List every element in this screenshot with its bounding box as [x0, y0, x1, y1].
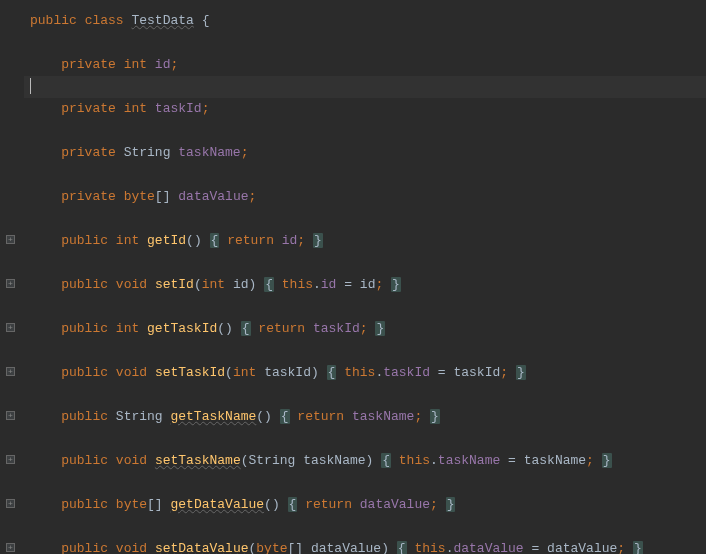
code-line[interactable]: private int id;: [24, 54, 706, 76]
code-line[interactable]: private int taskId;: [24, 98, 706, 120]
brace-close: }: [446, 497, 456, 512]
paren-close: ): [381, 541, 389, 554]
type-string: String: [249, 453, 296, 468]
field-id: id: [282, 233, 298, 248]
semicolon: ;: [297, 233, 305, 248]
keyword-int: int: [116, 321, 139, 336]
parens: (): [256, 409, 272, 424]
fold-icon[interactable]: +: [6, 323, 15, 332]
keyword-return: return: [297, 409, 344, 424]
code-line[interactable]: [24, 296, 706, 318]
keyword-void: void: [116, 453, 147, 468]
param-taskId: taskId: [264, 365, 311, 380]
keyword-public: public: [61, 365, 108, 380]
keyword-public: public: [61, 233, 108, 248]
code-line[interactable]: public String getTaskName() { return tas…: [24, 406, 706, 428]
code-line[interactable]: public void setDataValue(byte[] dataValu…: [24, 538, 706, 554]
code-line[interactable]: [24, 516, 706, 538]
code-area[interactable]: public class TestData { private int id; …: [0, 10, 706, 554]
code-line[interactable]: private String taskName;: [24, 142, 706, 164]
code-line[interactable]: [24, 252, 706, 274]
code-line[interactable]: [24, 120, 706, 142]
method-getTaskName: getTaskName: [170, 409, 256, 424]
paren-open: (: [241, 453, 249, 468]
fold-icon[interactable]: +: [6, 235, 15, 244]
code-line[interactable]: public byte[] getDataValue() { return da…: [24, 494, 706, 516]
code-line[interactable]: public int getId() { return id; }: [24, 230, 706, 252]
semicolon: ;: [241, 145, 249, 160]
field-dataValue: dataValue: [360, 497, 430, 512]
brace-close: }: [430, 409, 440, 424]
code-line[interactable]: [24, 428, 706, 450]
paren-close: ): [249, 277, 257, 292]
brackets: []: [155, 189, 171, 204]
keyword-public: public: [61, 409, 108, 424]
brace-close: }: [516, 365, 526, 380]
brace-open: {: [210, 233, 220, 248]
code-line[interactable]: public void setTaskName(String taskName)…: [24, 450, 706, 472]
param-id: id: [360, 277, 376, 292]
keyword-this: this: [399, 453, 430, 468]
keyword-byte: byte: [116, 497, 147, 512]
dot: .: [430, 453, 438, 468]
method-getDataValue: getDataValue: [170, 497, 264, 512]
field-taskName: taskName: [438, 453, 500, 468]
method-getId: getId: [147, 233, 186, 248]
keyword-int: int: [124, 57, 147, 72]
field-taskId: taskId: [313, 321, 360, 336]
brace-close: }: [602, 453, 612, 468]
brace-open: {: [327, 365, 337, 380]
fold-icon[interactable]: +: [6, 411, 15, 420]
code-line[interactable]: [24, 384, 706, 406]
keyword-return: return: [227, 233, 274, 248]
field-taskId: taskId: [383, 365, 430, 380]
equals: =: [500, 453, 523, 468]
keyword-this: this: [282, 277, 313, 292]
keyword-public: public: [61, 497, 108, 512]
dot: .: [313, 277, 321, 292]
fold-icon[interactable]: +: [6, 499, 15, 508]
brace-close: }: [375, 321, 385, 336]
field-id: id: [321, 277, 337, 292]
code-line[interactable]: [24, 472, 706, 494]
code-line[interactable]: public void setId(int id) { this.id = id…: [24, 274, 706, 296]
code-line[interactable]: [24, 32, 706, 54]
equals: =: [430, 365, 453, 380]
keyword-void: void: [116, 541, 147, 554]
keyword-public: public: [61, 277, 108, 292]
field-id: id: [155, 57, 171, 72]
keyword-int: int: [202, 277, 225, 292]
fold-icon[interactable]: +: [6, 543, 15, 552]
field-dataValue: dataValue: [178, 189, 248, 204]
code-line-current[interactable]: [24, 76, 706, 98]
code-line[interactable]: [24, 340, 706, 362]
code-editor[interactable]: + + + + + + + + public class TestData { …: [0, 10, 706, 544]
caret: [30, 78, 31, 94]
brace-open: {: [397, 541, 407, 554]
code-line[interactable]: public class TestData {: [24, 10, 706, 32]
brace-close: }: [313, 233, 323, 248]
keyword-public: public: [61, 321, 108, 336]
code-line[interactable]: private byte[] dataValue;: [24, 186, 706, 208]
code-line[interactable]: public void setTaskId(int taskId) { this…: [24, 362, 706, 384]
param-id: id: [233, 277, 249, 292]
type-string: String: [124, 145, 171, 160]
code-line[interactable]: [24, 164, 706, 186]
param-taskName: taskName: [524, 453, 586, 468]
field-taskId: taskId: [155, 101, 202, 116]
semicolon: ;: [586, 453, 594, 468]
fold-icon[interactable]: +: [6, 455, 15, 464]
semicolon: ;: [170, 57, 178, 72]
param-taskId: taskId: [453, 365, 500, 380]
param-dataValue: dataValue: [547, 541, 617, 554]
keyword-private: private: [61, 189, 116, 204]
fold-icon[interactable]: +: [6, 367, 15, 376]
code-line[interactable]: [24, 208, 706, 230]
fold-icon[interactable]: +: [6, 279, 15, 288]
keyword-int: int: [116, 233, 139, 248]
paren-open: (: [225, 365, 233, 380]
gutter: + + + + + + + +: [0, 10, 20, 544]
keyword-this: this: [344, 365, 375, 380]
code-line[interactable]: public int getTaskId() { return taskId; …: [24, 318, 706, 340]
semicolon: ;: [202, 101, 210, 116]
